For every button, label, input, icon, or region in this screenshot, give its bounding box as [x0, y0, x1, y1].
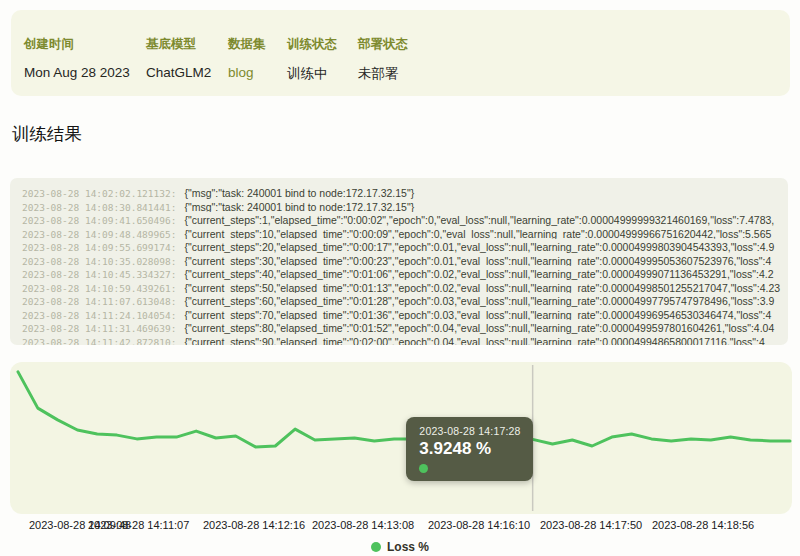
log-message: {"msg":"task: 240001 bind to node:172.17… [184, 187, 414, 199]
tooltip-series-dot [419, 464, 428, 473]
field-label: 部署状态 [358, 36, 408, 53]
log-message: {"current_steps":70,"elapsed_time":"0:01… [184, 309, 771, 321]
log-line: 2023-08-28 14:11:24.104054:{"current_ste… [22, 307, 788, 321]
log-message: {"current_steps":1,"elapsed_time":"0:00:… [184, 214, 774, 226]
log-message: {"current_steps":80,"elapsed_time":"0:01… [184, 322, 774, 334]
log-message: {"current_steps":10,"elapsed_time":"0:00… [184, 228, 771, 240]
log-message: {"msg":"task: 240001 bind to node:172.17… [184, 201, 414, 213]
log-line: 2023-08-28 14:09:55.699174:{"current_ste… [22, 239, 788, 253]
log-line: 2023-08-28 14:10:35.028098:{"current_ste… [22, 253, 788, 267]
x-axis-label: 2023-08-28 14:12:16 [203, 519, 305, 531]
dataset-link[interactable]: blog [228, 65, 254, 80]
x-axis-label: 2023-08-28 14:16:10 [428, 519, 530, 531]
log-line: 2023-08-28 14:11:07.613048:{"current_ste… [22, 293, 788, 307]
x-axis-label: 2023-08-28 14:17:50 [540, 519, 642, 531]
legend-label: Loss % [387, 540, 429, 554]
log-timestamp: 2023-08-28 14:09:48.489965: [22, 229, 176, 240]
section-title-training-results: 训练结果 [12, 122, 82, 146]
training-log-panel[interactable]: 2023-08-28 14:02:02.121132:{"msg":"task:… [10, 178, 788, 345]
log-line: 2023-08-28 14:11:31.469639:{"current_ste… [22, 320, 788, 334]
log-timestamp: 2023-08-28 14:02:02.121132: [22, 188, 176, 199]
log-line: 2023-08-28 14:09:41.650496:{"current_ste… [22, 212, 788, 226]
log-timestamp: 2023-08-28 14:11:42.872810: [22, 337, 176, 346]
loss-chart-panel[interactable]: 2023-08-28 14:17:28 3.9248 % [10, 362, 792, 514]
field-label: 训练状态 [287, 36, 337, 53]
legend-dot-icon [371, 542, 381, 552]
log-timestamp: 2023-08-28 14:10:59.439261: [22, 283, 176, 294]
log-timestamp: 2023-08-28 14:10:45.334327: [22, 269, 176, 280]
log-timestamp: 2023-08-28 14:09:41.650496: [22, 215, 176, 226]
field-label: 基底模型 [146, 36, 196, 53]
log-line: 2023-08-28 14:10:45.334327:{"current_ste… [22, 266, 788, 280]
x-axis-label: 2023-08-28 14:11:07 [88, 519, 189, 531]
training-meta-card: 创建时间 Mon Aug 28 2023 基底模型 ChatGLM2 数据集 b… [11, 10, 790, 96]
field-value: Mon Aug 28 2023 [24, 65, 130, 80]
field-label: 数据集 [228, 36, 266, 53]
chart-tooltip: 2023-08-28 14:17:28 3.9248 % [406, 417, 532, 481]
training-detail-page: 创建时间 Mon Aug 28 2023 基底模型 ChatGLM2 数据集 b… [0, 0, 800, 556]
loss-chart-svg [10, 362, 792, 514]
log-message: {"current_steps":20,"elapsed_time":"0:00… [184, 241, 774, 253]
log-line: 2023-08-28 14:08:30.841441:{"msg":"task:… [22, 199, 788, 213]
log-message: {"current_steps":60,"elapsed_time":"0:01… [184, 295, 774, 307]
log-timestamp: 2023-08-28 14:11:07.613048: [22, 296, 176, 307]
log-message: {"current_steps":30,"elapsed_time":"0:00… [184, 255, 771, 267]
log-message: {"current_steps":90,"elapsed_time":"0:02… [184, 336, 764, 346]
log-line: 2023-08-28 14:09:48.489965:{"current_ste… [22, 226, 788, 240]
field-label: 创建时间 [24, 36, 74, 53]
loss-line [18, 372, 790, 447]
tooltip-timestamp: 2023-08-28 14:17:28 [419, 425, 520, 437]
tooltip-loss-value: 3.9248 % [419, 439, 520, 459]
log-line: 2023-08-28 14:10:59.439261:{"current_ste… [22, 280, 788, 294]
field-value: ChatGLM2 [146, 65, 211, 80]
log-timestamp: 2023-08-28 14:11:31.469639: [22, 323, 176, 334]
log-timestamp: 2023-08-28 14:08:30.841441: [22, 202, 176, 213]
log-line: 2023-08-28 14:02:02.121132:{"msg":"task:… [22, 185, 788, 199]
log-line: 2023-08-28 14:11:42.872810:{"current_ste… [22, 334, 788, 346]
log-message: {"current_steps":50,"elapsed_time":"0:01… [184, 282, 780, 294]
log-timestamp: 2023-08-28 14:11:24.104054: [22, 310, 176, 321]
log-timestamp: 2023-08-28 14:10:35.028098: [22, 256, 176, 267]
chart-legend[interactable]: Loss % [0, 539, 800, 555]
log-message: {"current_steps":40,"elapsed_time":"0:01… [184, 268, 773, 280]
deploy-status-value: 未部署 [358, 65, 399, 83]
training-status-value: 训练中 [287, 65, 328, 83]
log-timestamp: 2023-08-28 14:09:55.699174: [22, 242, 176, 253]
x-axis-label: 2023-08-28 14:13:08 [312, 519, 414, 531]
x-axis-label: 2023-08-28 14:18:56 [652, 519, 754, 531]
chart-x-axis: 2023-08-28 14:09:482023-08-28 14:11:0720… [10, 519, 792, 534]
